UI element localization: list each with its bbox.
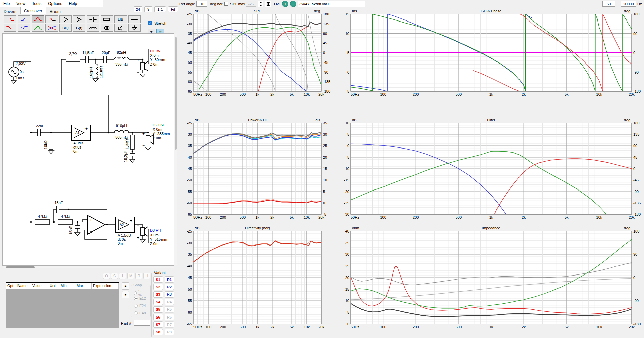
- variant-S3[interactable]: S3: [153, 291, 163, 298]
- overlay-add-button[interactable]: +: [282, 1, 288, 7]
- biq-button[interactable]: BiQ: [59, 24, 72, 32]
- spl-max-checkbox[interactable]: [224, 2, 228, 6]
- ground-icon-button[interactable]: [128, 24, 141, 32]
- svg-text:−: −: [90, 229, 92, 234]
- variant-R3[interactable]: R3: [165, 291, 174, 298]
- svg-text:A 0dB: A 0dB: [73, 141, 83, 145]
- variant-S6[interactable]: S6: [153, 314, 163, 320]
- optimizer-button-i[interactable]: I: [119, 273, 126, 279]
- svg-text:−: −: [85, 135, 88, 139]
- variant-R4[interactable]: R4: [165, 299, 174, 305]
- tick-label: 45: [323, 41, 327, 45]
- menu-file[interactable]: File: [0, 0, 13, 7]
- highpass-blue-icon: [20, 16, 28, 23]
- svg-text:11,5µF: 11,5µF: [82, 51, 94, 55]
- tick-label: -65: [187, 212, 192, 216]
- tick-label: 10k: [303, 92, 310, 96]
- part-number-input[interactable]: [134, 320, 150, 326]
- snap-radio-E24[interactable]: E24: [134, 304, 146, 308]
- overlay-remove-button[interactable]: −: [290, 1, 296, 7]
- variant-S4[interactable]: S4: [153, 299, 163, 305]
- lowshelf-red-icon: [6, 25, 14, 31]
- menu-help[interactable]: Help: [66, 0, 81, 7]
- g(f)-button[interactable]: G(f): [73, 24, 85, 32]
- tick-label: -25: [187, 229, 192, 233]
- tick-label: 10k: [596, 92, 602, 96]
- svg-text:22nF: 22nF: [36, 124, 44, 128]
- tab-crossover[interactable]: Crossover: [20, 7, 46, 14]
- tick-label: 200: [413, 215, 419, 219]
- collapse-range-button[interactable]: [265, 1, 271, 7]
- move-up-button[interactable]: ▲: [122, 282, 129, 290]
- variant-S1[interactable]: S1: [153, 276, 163, 283]
- inductor-icon-button[interactable]: [87, 24, 99, 32]
- menu-tools[interactable]: Tools: [29, 0, 45, 7]
- speaker-icon-button[interactable]: [114, 24, 127, 32]
- menu-options[interactable]: Options: [45, 0, 65, 7]
- power-title: Power & DI: [248, 118, 267, 122]
- overlay-name-input[interactable]: 3WAY_актив var1: [298, 1, 365, 7]
- move-down-button[interactable]: ▼: [122, 291, 129, 298]
- tab-drivers[interactable]: Drivers: [0, 8, 20, 15]
- freq-min-input[interactable]: 50: [602, 1, 615, 7]
- crossover-red-blue-icon-button[interactable]: [45, 24, 58, 32]
- amp-triangle-icon-button[interactable]: [73, 15, 85, 23]
- variant-R8[interactable]: R8: [165, 329, 174, 335]
- tick-label: 500: [240, 215, 246, 219]
- spl-max-input[interactable]: -25: [246, 1, 256, 7]
- optimizer-button-m[interactable]: M: [127, 273, 134, 279]
- variant-S2[interactable]: S2: [153, 284, 163, 290]
- freq-max-input[interactable]: 20000: [621, 1, 636, 7]
- ref-angle-input[interactable]: 0: [196, 1, 207, 7]
- size-button-Fit[interactable]: Fit: [168, 6, 178, 12]
- snap-radio-5%[interactable]: 5 %: [134, 289, 143, 297]
- tick-label: 0: [347, 70, 349, 74]
- tick-label: 180: [633, 121, 639, 125]
- lowshelf-red-icon-button[interactable]: [4, 24, 16, 32]
- spl-spinner[interactable]: [258, 1, 263, 7]
- variant-S7[interactable]: S7: [153, 321, 163, 328]
- optimizer-button-s[interactable]: S: [111, 273, 118, 279]
- snap-radio-E12[interactable]: E12: [134, 296, 146, 300]
- shelf-red-black-icon-button[interactable]: [45, 15, 58, 23]
- variant-R2[interactable]: R2: [165, 284, 174, 290]
- variant-S5[interactable]: S5: [153, 306, 163, 313]
- svg-text:15nF: 15nF: [54, 201, 63, 205]
- schematic-hscrollbar[interactable]: [3, 266, 174, 268]
- peak-green-icon-button[interactable]: [32, 24, 44, 32]
- tab-room[interactable]: Room: [46, 8, 64, 15]
- variant-R1[interactable]: R1: [165, 276, 174, 283]
- optimizer-button-h[interactable]: H: [143, 273, 150, 279]
- tick-label: 500: [240, 325, 246, 329]
- buffer-triangle-icon-button[interactable]: [59, 15, 72, 23]
- wire-icon: [130, 16, 139, 23]
- lowpass-red-icon-button[interactable]: [4, 15, 16, 23]
- transformer-icon-button[interactable]: [101, 24, 113, 32]
- optimizer-button-o[interactable]: O: [103, 273, 110, 279]
- hourglass-icon: [266, 2, 270, 6]
- highshelf-blue-icon-button[interactable]: [18, 24, 30, 32]
- wire-icon-button[interactable]: [128, 15, 141, 23]
- size-button-1:1[interactable]: 1:1: [154, 6, 166, 12]
- schematic-canvas[interactable]: 2,83V0s1mΩ2,7Ω11,5µF162µH121mΩ20µF82µH33…: [3, 34, 174, 265]
- stretch-checkbox[interactable]: ✓: [148, 21, 152, 25]
- variant-R7[interactable]: R7: [165, 321, 174, 328]
- variant-R5[interactable]: R5: [165, 306, 174, 313]
- variant-S8[interactable]: S8: [153, 329, 163, 335]
- lib-button[interactable]: LIB: [114, 15, 127, 23]
- svg-text:dt 0s: dt 0s: [73, 145, 81, 149]
- capacitor-icon-button[interactable]: [87, 15, 99, 23]
- resistor-icon-button[interactable]: [101, 15, 113, 23]
- variant-R6[interactable]: R6: [165, 314, 174, 320]
- size-button-9[interactable]: 9: [144, 6, 152, 12]
- optimizer-button-r[interactable]: R: [135, 273, 142, 279]
- menu-view[interactable]: View: [13, 0, 29, 7]
- bandpass-red-icon-button[interactable]: [32, 15, 44, 23]
- size-button-24[interactable]: 24: [134, 6, 142, 12]
- tick-label: 20k: [318, 325, 324, 329]
- highpass-blue-icon-button[interactable]: [18, 15, 30, 23]
- snap-radio-E48[interactable]: E48: [134, 311, 146, 315]
- optimizer-table[interactable]: OptNameValueUnitMinMaxExpression: [6, 282, 119, 328]
- schematic-vscrollbar[interactable]: [174, 34, 177, 265]
- column-header-value: Value: [31, 283, 48, 289]
